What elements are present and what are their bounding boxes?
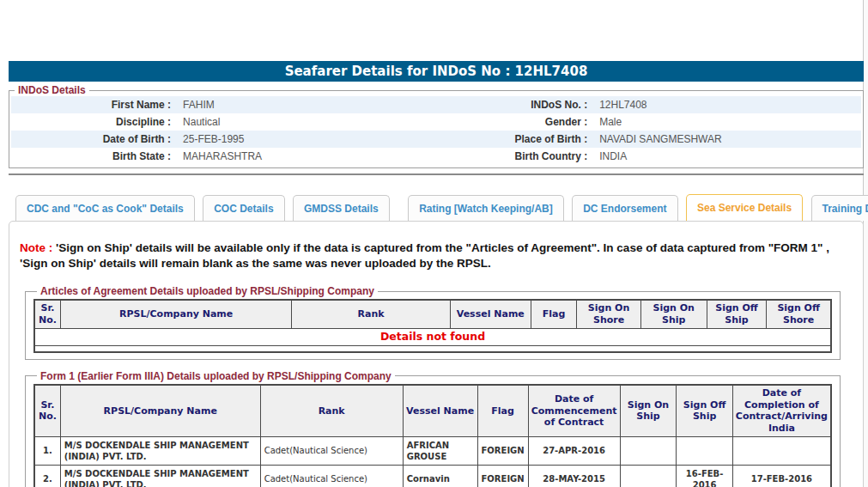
company-cell: M/S DOCKENDALE SHIP MANAGEMENT (INDIA) P…	[60, 465, 260, 487]
details-row: Birth State : MAHARASHTRA Birth Country …	[11, 148, 861, 165]
col-sr-no: Sr. No.	[34, 385, 60, 437]
col-vessel-name: Vessel Name	[403, 385, 477, 437]
completion-date-cell: 17-FEB-2016	[732, 465, 831, 487]
indos-details-section: INDoS Details First Name : FAHIM INDoS N…	[9, 84, 864, 168]
tab-dc-endorsement[interactable]: DC Endorsement	[572, 195, 677, 221]
place-of-birth-label: Place of Birth :	[432, 131, 593, 148]
indos-details-legend: INDoS Details	[15, 84, 89, 96]
col-sign-off-ship: Sign Off Ship	[707, 300, 767, 328]
form1-section: Form 1 (Earlier Form IIIA) Details uploa…	[25, 370, 841, 487]
note-prefix: Note :	[20, 241, 52, 254]
vessel-cell: AFRICAN GROUSE	[403, 436, 477, 465]
tab-gmdss-details[interactable]: GMDSS Details	[293, 195, 390, 221]
details-row: Discipline : Nautical Gender : Male	[11, 113, 861, 131]
details-row: Date of Birth : 25-FEB-1995 Place of Bir…	[11, 131, 861, 148]
birth-state-label: Birth State :	[11, 148, 177, 165]
col-sign-off-ship: Sign Off Ship	[677, 385, 732, 437]
discipline-label: Discipline :	[11, 113, 177, 131]
col-rpsl-company-name: RPSL/Company Name	[61, 300, 292, 328]
first-name-value: FAHIM	[177, 96, 432, 113]
articles-of-agreement-section: Articles of Agreement Details uploaded b…	[25, 285, 841, 360]
flag-cell: FOREIGN	[477, 465, 528, 487]
col-flag: Flag	[531, 300, 577, 328]
birth-country-label: Birth Country :	[432, 148, 593, 165]
col-sign-off-shore: Sign Off Shore	[767, 300, 831, 328]
gender-value: Male	[593, 113, 861, 131]
col-flag: Flag	[477, 385, 528, 437]
tab-cdc-coc-cook-details[interactable]: CDC and "CoC as Cook" Details	[15, 195, 195, 221]
birth-country-value: INDIA	[593, 148, 861, 165]
date-of-birth-label: Date of Birth :	[11, 131, 177, 148]
col-sign-on-shore: Sign On Shore	[577, 300, 640, 328]
vessel-cell: Cornavin	[403, 465, 477, 487]
col-sign-on-ship: Sign On Ship	[640, 300, 707, 328]
tab-sea-service-details[interactable]: Sea Service Details	[686, 194, 803, 221]
articles-of-agreement-table: Sr. No. RPSL/Company Name Rank Vessel Na…	[33, 299, 832, 353]
tab-training-details[interactable]: Training Details	[811, 195, 868, 221]
form1-table: Sr. No. RPSL/Company Name Rank Vessel Na…	[33, 384, 832, 487]
tab-rating-watch-keeping[interactable]: Rating [Watch Keeping/AB]	[408, 195, 564, 221]
tab-coc-details[interactable]: COC Details	[203, 195, 284, 221]
gender-label: Gender :	[432, 113, 593, 131]
col-vessel-name: Vessel Name	[450, 300, 531, 328]
place-of-birth-value: NAVADI SANGMESHWAR	[593, 131, 861, 148]
commencement-date-cell: 27-APR-2016	[528, 436, 620, 465]
indos-no-label: INDoS No. :	[432, 96, 593, 113]
page-title: Seafarer Details for INDoS No : 12HL7408	[9, 61, 864, 82]
content-area: Seafarer Details for INDoS No : 12HL7408…	[9, 0, 864, 487]
spacer-row	[34, 345, 831, 352]
flag-cell: FOREIGN	[477, 436, 528, 465]
rank-cell: Cadet(Nautical Science)	[260, 436, 403, 465]
tab-panel-sea-service: Note : 'Sign on Ship' details will be av…	[9, 221, 864, 487]
completion-date-cell	[732, 436, 831, 465]
col-date-of-completion: Date of Completion of Contract/Arriving …	[732, 385, 831, 437]
col-rpsl-company-name: RPSL/Company Name	[60, 385, 260, 437]
first-name-label: First Name :	[11, 96, 177, 113]
col-rank: Rank	[292, 300, 451, 328]
indos-no-value: 12HL7408	[593, 96, 861, 113]
details-row: First Name : FAHIM INDoS No. : 12HL7408	[11, 96, 861, 113]
indos-details-table: First Name : FAHIM INDoS No. : 12HL7408 …	[11, 96, 861, 165]
section-divider	[9, 173, 864, 175]
sign-on-ship-cell	[620, 465, 677, 487]
page: Seafarer Details for INDoS No : 12HL7408…	[0, 0, 868, 487]
col-date-of-commencement: Date of Commencement of Contract	[528, 385, 620, 437]
col-rank: Rank	[260, 385, 403, 437]
commencement-date-cell: 28-MAY-2015	[528, 465, 620, 487]
sign-on-ship-note: Note : 'Sign on Ship' details will be av…	[20, 240, 851, 271]
table-row: 2. M/S DOCKENDALE SHIP MANAGEMENT (INDIA…	[34, 465, 831, 487]
note-text: 'Sign on Ship' details will be available…	[20, 241, 829, 270]
table-header-row: Sr. No. RPSL/Company Name Rank Vessel Na…	[34, 300, 831, 328]
birth-state-value: MAHARASHTRA	[177, 148, 432, 165]
sign-on-ship-cell	[620, 436, 677, 465]
col-sign-on-ship: Sign On Ship	[620, 385, 677, 437]
sign-off-ship-cell: 16-FEB-2016	[677, 465, 732, 487]
articles-of-agreement-legend: Articles of Agreement Details uploaded b…	[37, 285, 378, 297]
table-row: 1. M/S DOCKENDALE SHIP MANAGEMENT (INDIA…	[34, 436, 831, 465]
empty-result-row: Details not found	[34, 328, 831, 345]
company-cell: M/S DOCKENDALE SHIP MANAGEMENT (INDIA) P…	[60, 436, 260, 465]
sr-no-cell: 2.	[34, 465, 60, 487]
details-not-found-message: Details not found	[34, 328, 831, 345]
rank-cell: Cadet(Nautical Science)	[260, 465, 403, 487]
sr-no-cell: 1.	[34, 436, 60, 465]
table-header-row: Sr. No. RPSL/Company Name Rank Vessel Na…	[34, 385, 831, 437]
date-of-birth-value: 25-FEB-1995	[177, 131, 432, 148]
form1-legend: Form 1 (Earlier Form IIIA) Details uploa…	[37, 370, 395, 382]
col-sr-no: Sr. No.	[34, 300, 61, 328]
sign-off-ship-cell	[677, 436, 732, 465]
tab-bar: CDC and "CoC as Cook" Details COC Detail…	[15, 194, 864, 221]
discipline-value: Nautical	[177, 113, 432, 131]
